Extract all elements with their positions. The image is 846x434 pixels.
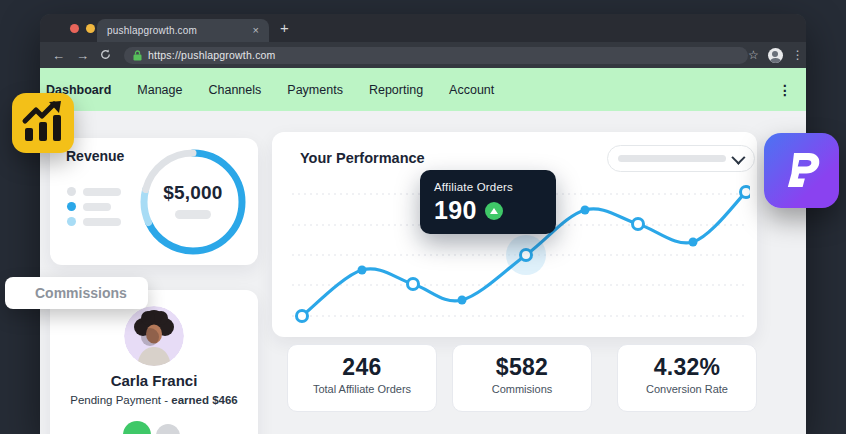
- legend-row: [67, 217, 121, 226]
- tab-strip: pushlapgrowth.com × +: [40, 14, 806, 42]
- legend-skeleton-bar: [83, 203, 111, 211]
- status-earned: earned $466: [171, 394, 238, 406]
- stat-label: Total Affiliate Orders: [288, 383, 436, 395]
- browser-toolbar: ← → https://pushlapgrowth.com ☆ ⋮: [40, 42, 806, 68]
- affiliate-name: Carla Franci: [50, 372, 258, 389]
- trend-up-icon: [485, 202, 503, 220]
- stat-label: Conversion Rate: [618, 383, 756, 395]
- legend-row: [67, 202, 121, 211]
- browser-window: pushlapgrowth.com × + ← → https://pushla…: [40, 14, 806, 434]
- affiliate-avatar: [124, 306, 184, 366]
- chart-tooltip: Affiliate Orders 190: [420, 170, 556, 234]
- browser-tab[interactable]: pushlapgrowth.com ×: [97, 19, 269, 42]
- performance-card: Your Performance Affiliate Orders 190: [272, 132, 757, 337]
- new-tab-button[interactable]: +: [280, 19, 289, 36]
- nav-item-payments[interactable]: Payments: [287, 83, 343, 97]
- bookmark-star-icon[interactable]: ☆: [748, 48, 759, 62]
- legend-skeleton-bar: [83, 188, 121, 196]
- window-close-button[interactable]: [70, 24, 79, 33]
- page: pushlapgrowth.com × + ← → https://pushla…: [0, 0, 846, 434]
- toolbar-right: ☆ ⋮: [748, 48, 804, 63]
- performance-title: Your Performance: [300, 150, 425, 166]
- back-icon[interactable]: ←: [52, 49, 65, 62]
- affiliate-card: Carla Franci Pending Payment - earned $4…: [50, 290, 258, 434]
- secondary-action-button[interactable]: [156, 424, 180, 434]
- lock-icon: [133, 50, 142, 61]
- growth-chart-icon: [12, 93, 74, 153]
- revenue-card: Revenue: [50, 138, 258, 265]
- status-text: Pending Payment -: [70, 394, 171, 406]
- revenue-legend: [67, 187, 121, 232]
- legend-dot-blue: [67, 202, 76, 211]
- browser-profile-avatar[interactable]: [768, 48, 783, 63]
- affiliate-status: Pending Payment - earned $466: [50, 394, 258, 406]
- tooltip-label: Affiliate Orders: [434, 181, 542, 193]
- legend-skeleton-bar: [83, 218, 121, 226]
- stat-value: 4.32%: [618, 354, 756, 381]
- nav-item-account[interactable]: Account: [449, 83, 494, 97]
- reload-icon[interactable]: [100, 49, 111, 62]
- stat-label: Commisions: [453, 383, 591, 395]
- legend-dot-lightblue: [67, 217, 76, 226]
- revenue-skeleton-pill: [175, 210, 211, 219]
- legend-dot-gray: [67, 187, 76, 196]
- tooltip-value: 190: [434, 196, 477, 225]
- stat-card-total-orders: 246 Total Affiliate Orders: [287, 344, 437, 412]
- tab-close-icon[interactable]: ×: [253, 25, 259, 36]
- chevron-down-icon: [731, 150, 745, 164]
- nav-item-channels[interactable]: Channels: [208, 83, 261, 97]
- approve-payment-button[interactable]: [123, 421, 151, 434]
- pushlap-logo: [764, 133, 839, 208]
- date-range-select[interactable]: [607, 145, 755, 172]
- stat-card-commissions: $582 Commisions: [452, 344, 592, 412]
- forward-icon[interactable]: →: [76, 49, 89, 62]
- commissions-label: Commissions: [5, 277, 148, 309]
- dashboard-content: Revenue: [40, 111, 806, 434]
- select-skeleton-bar: [618, 155, 726, 162]
- revenue-title: Revenue: [66, 148, 124, 164]
- stat-value: $582: [453, 354, 591, 381]
- nav-item-reporting[interactable]: Reporting: [369, 83, 423, 97]
- legend-row: [67, 187, 121, 196]
- stat-value: 246: [288, 354, 436, 381]
- revenue-value: $5,000: [137, 182, 249, 204]
- browser-menu-icon[interactable]: ⋮: [792, 48, 804, 62]
- nav-item-manage[interactable]: Manage: [137, 83, 182, 97]
- stat-card-conversion: 4.32% Conversion Rate: [617, 344, 757, 412]
- app-navbar: Dashboard Manage Channels Payments Repor…: [40, 68, 806, 111]
- url-bar[interactable]: https://pushlapgrowth.com: [124, 47, 748, 64]
- window-minimize-button[interactable]: [86, 24, 95, 33]
- nav-overflow-menu-icon[interactable]: ⋮: [778, 82, 792, 98]
- tab-title: pushlapgrowth.com: [107, 25, 253, 36]
- url-text: https://pushlapgrowth.com: [148, 49, 276, 61]
- revenue-donut-wrap: $5,000: [137, 146, 249, 258]
